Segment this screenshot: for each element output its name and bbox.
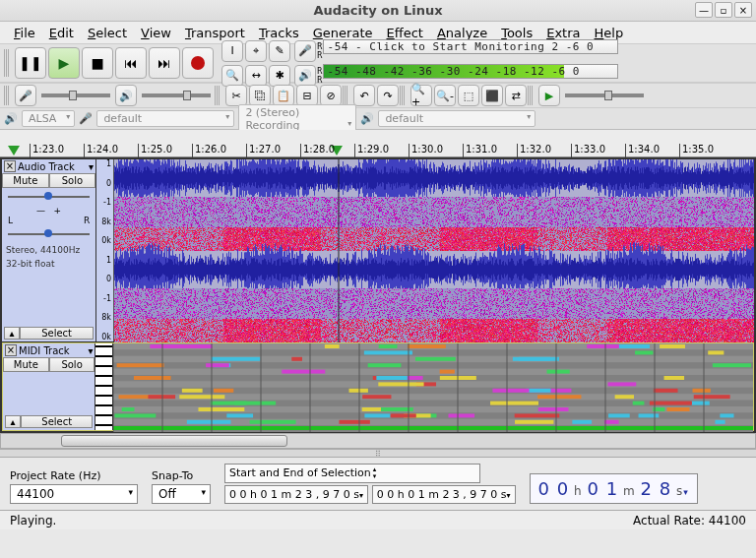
track-collapse[interactable]: ▴	[4, 327, 20, 340]
selection-mode-select[interactable]: Start and End of Selection▴▾	[224, 464, 480, 483]
pause-button[interactable]: ❚❚	[15, 47, 46, 79]
mic-icon: 🎤	[79, 112, 93, 125]
solo-button[interactable]: Solo	[49, 173, 96, 188]
status-bar: Playing. Actual Rate: 44100	[0, 510, 756, 529]
piano-scale[interactable]	[95, 343, 113, 430]
track-collapse[interactable]: ▴	[5, 415, 21, 428]
copy-button[interactable]: ⿻	[249, 85, 271, 106]
track-select-button[interactable]: Select	[21, 415, 93, 428]
midi-display[interactable]	[113, 343, 753, 430]
stop-button[interactable]: ■	[82, 47, 113, 79]
selection-end-field[interactable]: 0 0 h 0 1 m 2 3 , 9 7 0 s▾	[372, 485, 516, 504]
ruler-tick: 1:27.0	[246, 144, 281, 157]
track-select-button[interactable]: Select	[20, 327, 94, 340]
track-close-button[interactable]: ×	[4, 160, 16, 172]
play-device-select[interactable]: default	[378, 110, 536, 127]
maximize-button[interactable]: ▫	[715, 2, 732, 18]
ruler-tick: 1:32.0	[517, 144, 551, 157]
cut-button[interactable]: ✂	[225, 85, 247, 106]
silence-button[interactable]: ⊘	[320, 85, 342, 106]
play-level-icon: 🔊	[294, 65, 316, 87]
close-button[interactable]: ×	[734, 2, 752, 18]
ruler-tick: 1:34.0	[625, 144, 660, 157]
play-button[interactable]: ▶	[48, 47, 80, 79]
menu-view[interactable]: View	[135, 24, 177, 42]
paste-button[interactable]: 📋	[273, 85, 294, 106]
redo-button[interactable]: ↷	[377, 85, 399, 106]
ruler-tick: 1:35.0	[679, 144, 714, 157]
tracks-area: ×Audio Track▾ MuteSolo — + LR Stereo, 44…	[0, 157, 756, 433]
horizontal-scrollbar[interactable]	[0, 433, 756, 449]
status-message: Playing.	[10, 514, 56, 527]
audio-host-select[interactable]: ALSA	[22, 110, 75, 127]
menu-edit[interactable]: Edit	[43, 24, 80, 42]
toolbar-grip[interactable]	[4, 86, 10, 105]
track-panel[interactable]: ×Audio Track▾ MuteSolo — + LR Stereo, 44…	[2, 159, 96, 341]
rec-device-select[interactable]: default	[96, 110, 234, 127]
rec-volume-slider[interactable]	[41, 93, 110, 97]
title-bar: Audacity on Linux — ▫ ×	[0, 0, 756, 22]
snap-to-label: Snap-To	[152, 469, 211, 482]
actual-rate: Actual Rate: 44100	[633, 514, 746, 527]
fit-selection-button[interactable]: ⬚	[458, 85, 479, 106]
skip-start-button[interactable]: ⏮	[115, 47, 147, 79]
window-title: Audacity on Linux	[313, 3, 442, 18]
mute-button[interactable]: Mute	[3, 357, 49, 372]
ruler-tick: 1:33.0	[571, 144, 605, 157]
rec-volume-icon: 🎤	[15, 85, 36, 106]
play-volume-slider[interactable]	[142, 93, 211, 97]
menu-file[interactable]: File	[8, 24, 41, 42]
trim-button[interactable]: ⊟	[296, 85, 318, 106]
rec-channels-select[interactable]: 2 (Stereo) Recording	[238, 104, 356, 134]
project-rate-select[interactable]: 44100	[10, 484, 138, 504]
pan-slider[interactable]	[8, 227, 90, 241]
snap-to-select[interactable]: Off	[152, 484, 211, 504]
ruler-tick: 1:23.0	[30, 144, 64, 157]
play-volume-icon: 🔊	[115, 85, 137, 106]
envelope-tool[interactable]: ⌖	[245, 40, 267, 62]
time-ruler[interactable]: 1:23.01:24.01:25.01:26.01:27.01:28.01:29…	[0, 130, 756, 157]
host-icon: 🔊	[4, 112, 18, 125]
solo-button[interactable]: Solo	[49, 357, 95, 372]
zoom-toggle-button[interactable]: ⇄	[505, 85, 527, 106]
record-meter[interactable]: -54 - Click to Start Monitoring 2 -6 0	[323, 39, 618, 54]
waveform-display[interactable]	[114, 159, 754, 341]
zoom-tool[interactable]: 🔍	[221, 65, 243, 87]
quick-play-head[interactable]	[8, 146, 20, 155]
track-format: Stereo, 44100Hz	[2, 243, 95, 257]
playback-meter[interactable]: -54 -48 -42 -36 -30 -24 -18 -12 -6 0	[323, 64, 618, 79]
selection-start-field[interactable]: 0 0 h 0 1 m 2 3 , 9 7 0 s▾	[224, 485, 368, 504]
audio-track: ×Audio Track▾ MuteSolo — + LR Stereo, 44…	[2, 159, 754, 342]
gain-slider[interactable]	[8, 190, 90, 204]
fit-project-button[interactable]: ⬛	[481, 85, 503, 106]
menu-select[interactable]: Select	[82, 24, 133, 42]
skip-end-button[interactable]: ⏭	[149, 47, 180, 79]
timeshift-tool[interactable]: ↔	[245, 65, 267, 87]
draw-tool[interactable]: ✎	[269, 40, 290, 62]
resize-handle[interactable]: ⠿	[0, 449, 756, 457]
rec-level-icon: 🎤	[294, 40, 316, 62]
play-at-speed-button[interactable]: ▶	[538, 85, 560, 106]
play-speed-slider[interactable]	[565, 93, 644, 97]
ruler-tick: 1:30.0	[409, 144, 443, 157]
undo-button[interactable]: ↶	[353, 85, 375, 106]
toolbar-grip[interactable]	[4, 49, 10, 77]
minimize-button[interactable]: —	[695, 2, 713, 18]
zoom-in-button[interactable]: 🔍+	[410, 85, 432, 106]
selection-tool[interactable]: I	[221, 40, 243, 62]
audio-position-display[interactable]: 0 0 h 0 1 m 2 8 s▾	[530, 473, 698, 504]
track-panel[interactable]: ×MIDI Track▾ MuteSolo ▴Select	[3, 343, 95, 430]
ruler-tick: 1:26.0	[192, 144, 226, 157]
mute-button[interactable]: Mute	[2, 173, 49, 188]
track-close-button[interactable]: ×	[5, 344, 17, 356]
multi-tool[interactable]: ✱	[269, 65, 290, 87]
speaker-icon: 🔊	[360, 112, 374, 125]
track-name[interactable]: MIDI Track	[19, 345, 70, 356]
track-name[interactable]: Audio Track	[18, 161, 75, 172]
ruler-tick: 1:24.0	[84, 144, 118, 157]
record-button[interactable]	[182, 47, 214, 79]
ruler-tick: 1:28.0	[300, 144, 335, 157]
zoom-out-button[interactable]: 🔍-	[434, 85, 456, 106]
device-toolbar: 🔊 ALSA 🎤 default 2 (Stereo) Recording 🔊 …	[0, 108, 756, 130]
vertical-scale[interactable]: 10-18k0k10-18k0k	[96, 159, 114, 341]
